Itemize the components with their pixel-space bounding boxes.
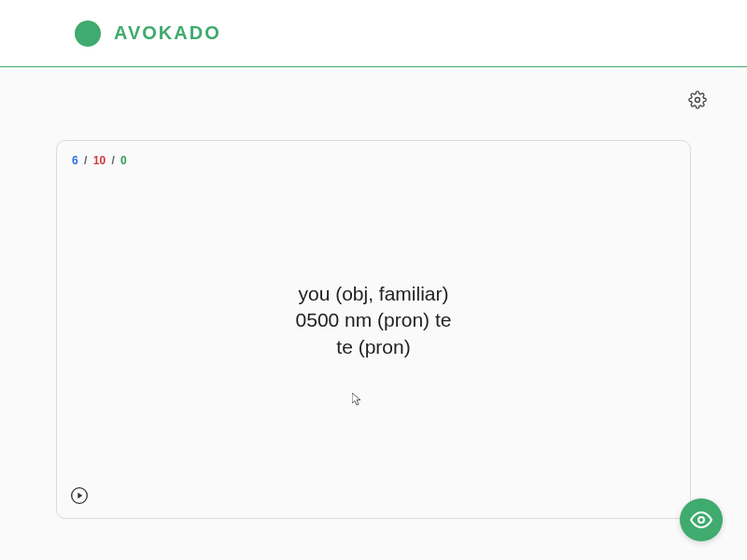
progress-stats: 6 / 10 / 0: [72, 154, 675, 167]
card-line-2: 0500 nm (pron) te: [57, 307, 690, 333]
stat-learning: 10: [93, 154, 106, 167]
stat-separator: /: [84, 154, 87, 167]
card-line-3: te (pron): [57, 334, 690, 360]
stat-review: 0: [120, 154, 127, 167]
settings-button[interactable]: [685, 88, 710, 112]
play-audio-button[interactable]: [68, 484, 91, 507]
eye-icon: [690, 509, 712, 531]
brand-name: AVOKADO: [114, 22, 221, 44]
svg-point-3: [698, 517, 704, 523]
card-line-1: you (obj, familiar): [57, 281, 690, 307]
stat-separator: /: [111, 154, 114, 167]
svg-marker-2: [78, 493, 82, 499]
play-circle-icon: [70, 486, 89, 505]
svg-point-0: [696, 98, 700, 103]
main-content: 6 / 10 / 0 you (obj, familiar) 0500 nm (…: [0, 67, 747, 519]
header: AVOKADO: [0, 0, 747, 67]
flashcard[interactable]: 6 / 10 / 0 you (obj, familiar) 0500 nm (…: [56, 140, 691, 519]
reveal-answer-button[interactable]: [680, 498, 723, 541]
stat-new: 6: [72, 154, 78, 167]
logo-icon: [75, 21, 101, 47]
card-text: you (obj, familiar) 0500 nm (pron) te te…: [57, 281, 690, 360]
gear-icon: [688, 91, 707, 109]
